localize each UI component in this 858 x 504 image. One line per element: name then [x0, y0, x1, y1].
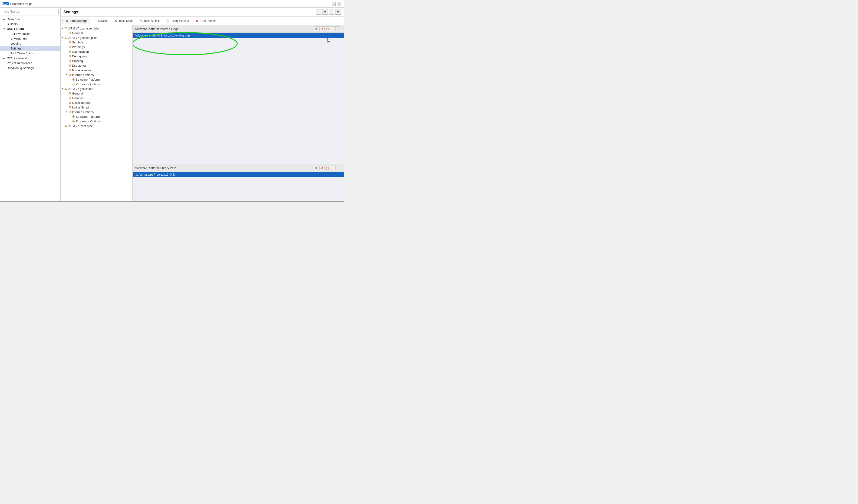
tree-node-comp-proc-options[interactable]: ⚙ Processor Options [61, 82, 132, 86]
nav-arrows: ← ▼ → ▼ [316, 10, 341, 15]
tree-node-link-general[interactable]: ⚙ General [61, 91, 132, 96]
tree-node-arm-print-size[interactable]: ⚙ ARM v7 Print Size [61, 124, 132, 128]
profiling-label: Profiling [72, 59, 83, 63]
tree-node-link-sw-platform[interactable]: ⚙ Software Platform [61, 114, 132, 119]
sidebar-item-resource[interactable]: ▶ Resource [0, 17, 60, 21]
tree-node-directories[interactable]: ⚙ Directories [61, 63, 132, 68]
lib-up-btn[interactable]: ↑ [331, 166, 336, 170]
tool-chain-editor-label: Tool Chain Editor [11, 52, 33, 55]
arrow-warnings [65, 46, 68, 48]
flags-copy-btn[interactable]: ⧉ [314, 27, 319, 31]
flags-up-btn[interactable]: ↑ [331, 27, 336, 31]
build-variables-label: Build Variables [11, 32, 30, 35]
settings-label: Settings [11, 47, 21, 50]
tree-node-debugging[interactable]: ⚙ Debugging [61, 54, 132, 59]
tab-build-steps[interactable]: ⚙ Build Steps [112, 18, 137, 24]
directories-icon: ⚙ [68, 64, 71, 67]
tree-node-optimization[interactable]: ⚙ Optimization [61, 49, 132, 54]
sidebar-item-logging[interactable]: Logging [0, 41, 60, 46]
comp-proc-icon: ⚙ [72, 82, 75, 86]
flags-list: -Wl,--start-group,-lxil,-lgcc,-lc,--end-… [133, 33, 344, 164]
tab-devices[interactable]: ▪ Devices [91, 18, 111, 24]
flags-section-header: Software Platform Inferred Flags ⧉ ✕ 📋 ↑… [133, 25, 344, 33]
tab-binary-parsers[interactable]: 📋 Binary Parsers [163, 18, 192, 24]
tree-node-comp-sw-platform[interactable]: ⚙ Software Platform [61, 77, 132, 82]
arrow-link-misc [65, 101, 68, 104]
warnings-label: Warnings [72, 45, 84, 49]
minimize-button[interactable]: – [332, 2, 336, 6]
forward-dropdown-button[interactable]: ▼ [335, 10, 341, 15]
tree-node-inferred-options-comp[interactable]: ▼ ⚙ Inferred Options [61, 72, 132, 77]
warnings-icon: ⚙ [68, 45, 71, 49]
sidebar-item-builders[interactable]: Builders [0, 21, 60, 27]
back-button[interactable]: ← [316, 10, 321, 15]
tree-node-arm-compiler[interactable]: ▼ ⚙ ARM v7 gcc compiler [61, 35, 132, 40]
dropdown-button[interactable]: ▼ [322, 10, 328, 15]
tool-settings-icon: ⚙ [65, 19, 69, 22]
lib-copy-btn[interactable]: ⧉ [314, 166, 319, 170]
tab-tool-settings[interactable]: ⚙ Tool Settings [63, 18, 90, 24]
link-sw-icon: ⚙ [72, 115, 75, 118]
build-steps-icon: ⚙ [115, 19, 118, 22]
arrow-pr [3, 62, 6, 64]
tab-error-parsers[interactable]: ⊗ Error Parsers [192, 18, 219, 24]
tree-node-link-misc[interactable]: ⚙ Miscellaneous [61, 100, 132, 105]
lib-item-1[interactable]: ../../ps_bsp/ps7_cortexa9_0/lib [133, 172, 344, 177]
tab-devices-label: Devices [98, 19, 108, 22]
arrow-directories [65, 64, 68, 67]
flag-item-1[interactable]: -Wl,--start-group,-lxil,-lgcc,-lc,--end-… [133, 33, 344, 38]
error-parsers-icon: ⊗ [195, 19, 198, 22]
tree-node-linker-script[interactable]: ⚙ Linker Script [61, 105, 132, 110]
tabs-bar: ⚙ Tool Settings ▪ Devices ⚙ Build Steps … [61, 17, 344, 25]
sidebar-item-cpp-build[interactable]: ▼ C/C++ Build [0, 27, 60, 31]
sidebar-item-build-variables[interactable]: Build Variables [0, 31, 60, 36]
tree-node-miscellaneous[interactable]: ⚙ Miscellaneous [61, 68, 132, 72]
tree-node-arm-linker[interactable]: ▼ ⚙ ARM v7 gcc linker [61, 86, 132, 91]
miscellaneous-icon: ⚙ [68, 68, 71, 72]
arrow-cpp-general: ▶ [3, 57, 6, 60]
maximize-button[interactable]: □ [337, 2, 341, 6]
arm-assembler-label: ARM v7 gcc assembler [68, 27, 99, 30]
tree-node-arm-assembler[interactable]: ▼ ⚙ ARM v7 gcc assembler [61, 26, 132, 31]
sidebar-item-project-references[interactable]: Project References [0, 61, 60, 65]
split-content: ▼ ⚙ ARM v7 gcc assembler ⚙ General ▼ ⚙ A… [61, 25, 344, 201]
flags-section: Software Platform Inferred Flags ⧉ ✕ 📋 ↑… [133, 25, 344, 164]
symbols-label: Symbols [72, 40, 84, 44]
inferred-link-label: Inferred Options [72, 110, 94, 114]
tree-node-inferred-options-link[interactable]: ▼ ⚙ Inferred Options [61, 110, 132, 114]
tree-node-link-libraries[interactable]: ⚙ Libraries [61, 96, 132, 100]
arrow-link-general [65, 92, 68, 95]
forward-button[interactable]: → [329, 10, 334, 15]
arm-print-size-label: ARM v7 Print Size [68, 124, 93, 128]
tab-build-artifact[interactable]: 🔨 Build Artifact [137, 18, 163, 24]
flags-paste-btn[interactable]: 📋 [325, 27, 330, 31]
filter-input[interactable] [2, 9, 59, 14]
flags-down-btn[interactable]: ↓ [336, 27, 341, 31]
sidebar-item-run-debug[interactable]: Run/Debug Settings [0, 65, 60, 70]
title-bar: SDK Properties for ps – □ [0, 0, 344, 8]
lib-down-btn[interactable]: ↓ [336, 166, 341, 170]
arrow-link-proc [69, 120, 71, 123]
lib-paste-btn[interactable]: 📋 [325, 166, 330, 170]
sidebar-item-cpp-general[interactable]: ▶ C/C++ General [0, 56, 60, 61]
arrow-asm-general [65, 32, 68, 34]
sidebar-filter-area [0, 8, 60, 16]
tree-node-profiling[interactable]: ⚙ Profiling [61, 59, 132, 63]
environment-label: Environment [11, 37, 28, 40]
tree-node-asm-general[interactable]: ⚙ General [61, 31, 132, 35]
lib-value-1: ../../ps_bsp/ps7_cortexa9_0/lib [134, 173, 175, 176]
tree-node-link-proc-options[interactable]: ⚙ Processor Options [61, 119, 132, 124]
arrow-arm-compiler: ▼ [62, 36, 64, 39]
window-title: Properties for ps [10, 2, 32, 5]
lib-delete-btn[interactable]: ✕ [319, 166, 324, 170]
arrow-bv [7, 33, 10, 35]
tree-node-symbols[interactable]: ⚙ Symbols [61, 40, 132, 45]
arrow-miscellaneous [65, 69, 68, 71]
tree-node-warnings[interactable]: ⚙ Warnings [61, 45, 132, 49]
flags-delete-btn[interactable]: ✕ [319, 27, 324, 31]
asm-general-label: General [72, 31, 83, 35]
sidebar-item-tool-chain-editor[interactable]: Tool Chain Editor [0, 51, 60, 56]
title-bar-controls: – □ [332, 2, 341, 6]
sidebar-item-settings[interactable]: Settings [0, 46, 60, 51]
sidebar-item-environment[interactable]: Environment [0, 36, 60, 41]
